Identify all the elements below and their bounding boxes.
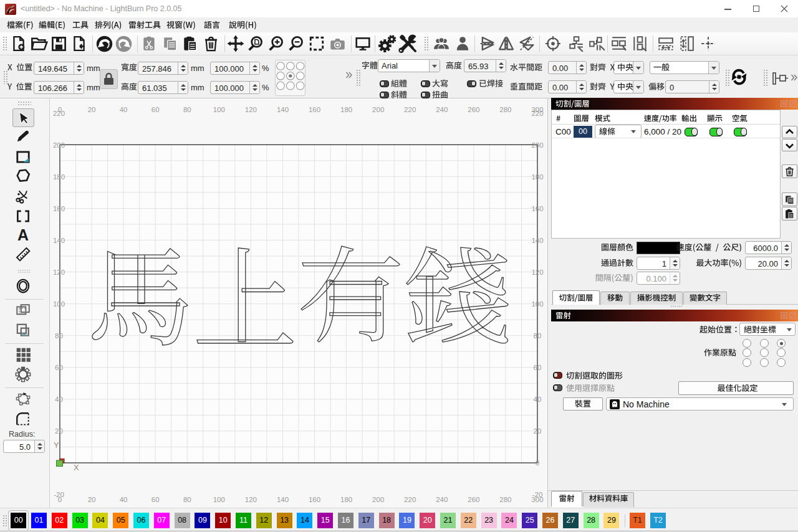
svg-text:60: 60 <box>55 364 63 371</box>
svg-text:20: 20 <box>88 496 96 503</box>
svg-text:80: 80 <box>55 332 63 340</box>
svg-text:60: 60 <box>151 496 160 503</box>
svg-text:140: 140 <box>53 237 65 244</box>
svg-text:Y: Y <box>54 440 59 450</box>
svg-text:180: 180 <box>531 173 543 181</box>
svg-text:260: 260 <box>468 106 479 113</box>
svg-text:-20: -20 <box>532 491 543 498</box>
svg-text:120: 120 <box>245 496 257 503</box>
svg-text:40: 40 <box>534 396 542 403</box>
svg-text:220: 220 <box>404 106 416 113</box>
svg-text:200: 200 <box>372 106 384 113</box>
svg-text:140: 140 <box>277 496 289 503</box>
svg-text:60: 60 <box>151 106 160 113</box>
svg-text:160: 160 <box>531 205 543 212</box>
svg-text:180: 180 <box>53 173 65 181</box>
svg-text:240: 240 <box>436 106 448 113</box>
svg-text:80: 80 <box>183 496 191 503</box>
svg-text:-20: -20 <box>54 491 64 498</box>
svg-text:120: 120 <box>531 268 543 276</box>
svg-text:0: 0 <box>536 459 539 467</box>
svg-text:100: 100 <box>531 300 543 308</box>
svg-text:20: 20 <box>534 427 542 435</box>
svg-text:260: 260 <box>468 496 479 503</box>
svg-text:40: 40 <box>55 396 63 403</box>
svg-text:40: 40 <box>120 496 128 503</box>
svg-text:120: 120 <box>53 268 65 276</box>
svg-text:200: 200 <box>531 141 543 149</box>
svg-text:100: 100 <box>53 300 65 308</box>
svg-text:20: 20 <box>88 106 96 113</box>
svg-text:200: 200 <box>53 141 65 149</box>
svg-text:220: 220 <box>53 110 65 117</box>
svg-text:80: 80 <box>183 106 191 113</box>
svg-text:280: 280 <box>499 106 511 113</box>
svg-text:A: A <box>17 227 29 243</box>
svg-text:160: 160 <box>53 205 65 212</box>
svg-text:240: 240 <box>436 496 448 503</box>
svg-text:60: 60 <box>534 364 542 371</box>
svg-text:220: 220 <box>404 496 416 503</box>
svg-text:120: 120 <box>245 106 257 113</box>
svg-text:200: 200 <box>372 496 384 503</box>
svg-text:100: 100 <box>213 496 225 503</box>
svg-text:160: 160 <box>309 496 320 503</box>
svg-text:180: 180 <box>340 496 352 503</box>
svg-text:80: 80 <box>534 332 542 340</box>
svg-text:20: 20 <box>55 427 63 435</box>
svg-text:140: 140 <box>531 237 543 244</box>
svg-text:220: 220 <box>531 110 543 117</box>
svg-text:40: 40 <box>120 106 128 113</box>
svg-text:140: 140 <box>277 106 289 113</box>
svg-text:160: 160 <box>309 106 320 113</box>
svg-text:280: 280 <box>499 496 511 503</box>
svg-text:180: 180 <box>340 106 352 113</box>
svg-text:X: X <box>74 463 79 472</box>
svg-text:100: 100 <box>213 106 225 113</box>
